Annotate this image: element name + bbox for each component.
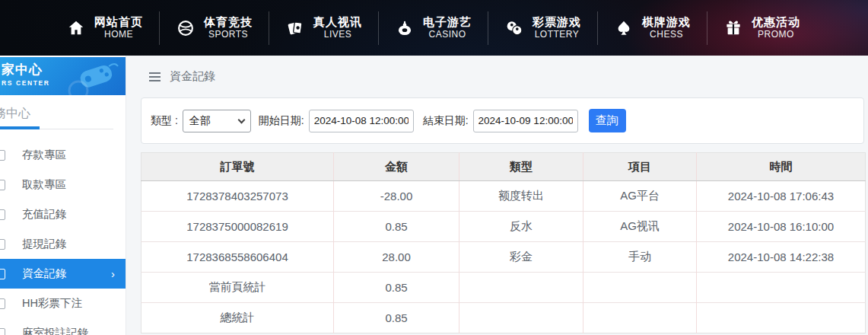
table-row-grand-total: 總統計 0.85 — [141, 303, 866, 333]
fund-records-table: 訂單號 金額 類型 項目 時間 1728378403257073 -28.00 … — [141, 152, 865, 333]
nav-label-cn: 真人视讯 — [313, 15, 362, 30]
cell-type: 反水 — [459, 212, 583, 242]
nav-label-cn: 彩票游戏 — [533, 15, 581, 30]
cell-time: 2024-10-08 14:22:38 — [697, 242, 866, 273]
table-row-page-total: 當前頁統計 0.85 — [141, 273, 866, 303]
sidebar: 家中心 RS CENTER 務中心 存款專區 — [0, 56, 126, 335]
nav-label-en: CHESS — [650, 29, 683, 40]
col-header-order-no: 訂單號 — [141, 153, 334, 181]
nav-label-en: LIVES — [324, 29, 352, 40]
nav-label-en: CASINO — [428, 29, 466, 40]
sports-ball-icon — [176, 18, 196, 38]
sidebar-item-withdraw-zone[interactable]: 取款專區 — [0, 170, 126, 199]
nav-item-lives[interactable]: 真人视讯 LIVES — [269, 15, 378, 41]
sidebar-item-label: 存款專區 — [22, 148, 66, 162]
cell-empty — [459, 273, 583, 303]
sidebar-item-label: 資金記錄 — [22, 266, 66, 281]
spade-icon — [614, 18, 634, 38]
nav-label-cn: 体育竞技 — [204, 15, 253, 30]
nav-label-en: SPORTS — [208, 29, 248, 40]
playing-cards-icon — [285, 18, 305, 38]
sidebar-item-label: 取款專區 — [22, 177, 66, 192]
start-date-input[interactable] — [309, 110, 414, 132]
withdrawal-record-icon — [0, 239, 5, 250]
nav-item-lottery[interactable]: 彩票游戏 LOTTERY — [488, 15, 597, 41]
cell-amount: 28.00 — [334, 242, 459, 273]
end-date-label: 結束日期: — [423, 114, 469, 128]
cell-amount: -28.00 — [334, 181, 459, 212]
nav-item-casino[interactable]: 电子游艺 CASINO — [379, 15, 488, 41]
col-header-time: 時間 — [697, 153, 866, 181]
gamepad-icon — [66, 60, 119, 95]
filter-panel: 類型 : 全部 開始日期: 結束日期: 查詢 — [141, 97, 864, 144]
sidebar-section: 務中心 — [0, 95, 126, 136]
lottery-balls-icon — [504, 18, 524, 38]
withdraw-icon — [0, 180, 5, 190]
nav-label-cn: 优惠活动 — [752, 15, 800, 30]
sidebar-item-label: 麻室投註記錄 — [22, 326, 88, 335]
cell-amount: 0.85 — [334, 303, 459, 333]
nav-item-sports[interactable]: 体育竞技 SPORTS — [160, 15, 269, 41]
cell-time: 2024-10-08 16:10:00 — [697, 212, 866, 242]
breadcrumb: 資金記錄 — [126, 56, 868, 97]
roulette-icon — [395, 18, 415, 38]
page-title: 資金記錄 — [170, 69, 215, 84]
type-select-value: 全部 — [189, 114, 239, 128]
cell-time: 2024-10-08 17:06:43 — [697, 181, 866, 212]
deposit-icon — [0, 150, 5, 161]
table-row: 1728375000082619 0.85 反水 AG视讯 2024-10-08… — [141, 212, 866, 242]
start-date-label: 開始日期: — [259, 114, 304, 128]
sidebar-header: 家中心 RS CENTER — [0, 57, 126, 95]
sidebar-item-hh-lottery-bets[interactable]: HH彩票下注 — [0, 289, 126, 318]
table-row: 1728368558606404 28.00 彩金 手动 2024-10-08 … — [141, 242, 866, 273]
nav-label-cn: 电子游艺 — [423, 15, 472, 30]
cell-amount: 0.85 — [334, 273, 459, 303]
cell-order-no: 1728375000082619 — [141, 212, 334, 242]
sidebar-item-deposit-zone[interactable]: 存款專區 — [0, 140, 126, 170]
cell-empty — [697, 273, 866, 303]
end-date-input[interactable] — [473, 110, 578, 132]
table-header-row: 訂單號 金額 類型 項目 時間 — [141, 153, 866, 181]
recharge-record-icon — [0, 209, 5, 220]
col-header-amount: 金額 — [334, 153, 459, 181]
sidebar-item-recharge-records[interactable]: 充值記錄 — [0, 199, 126, 229]
sidebar-item-withdrawal-records[interactable]: 提現記錄 — [0, 229, 126, 259]
cell-item: AG视讯 — [583, 212, 697, 242]
main-content: 資金記錄 類型 : 全部 開始日期: 結束日期: 查詢 訂單號 金額 類型 — [126, 56, 868, 335]
lottery-bet-icon — [0, 298, 5, 309]
col-header-type: 類型 — [459, 153, 583, 181]
fund-record-icon — [0, 269, 5, 279]
top-navigation: 网站首页 HOME 体育竞技 SPORTS 真人视讯 LIVES — [0, 0, 868, 56]
table-row: 1728378403257073 -28.00 额度转出 AG平台 2024-1… — [141, 181, 866, 212]
hamburger-menu-icon[interactable] — [149, 72, 161, 81]
sidebar-item-fund-records[interactable]: 資金記錄 › — [0, 259, 126, 289]
gift-icon — [723, 18, 743, 38]
chevron-right-icon: › — [111, 267, 115, 280]
type-filter-label: 類型 : — [151, 114, 178, 128]
nav-label-en: PROMO — [758, 29, 794, 40]
cell-order-no: 1728368558606404 — [141, 242, 334, 273]
cell-item: AG平台 — [583, 181, 697, 212]
home-icon — [66, 18, 86, 38]
search-button[interactable]: 查詢 — [589, 109, 626, 132]
chevron-down-icon — [237, 116, 245, 123]
cell-empty — [459, 303, 583, 333]
nav-item-home[interactable]: 网站首页 HOME — [50, 15, 159, 41]
nav-item-chess[interactable]: 棋牌游戏 CHESS — [598, 15, 707, 41]
cell-amount: 0.85 — [334, 212, 459, 242]
room-bet-icon — [0, 328, 5, 335]
sidebar-section-title: 務中心 — [0, 106, 126, 122]
cell-label: 當前頁統計 — [141, 273, 334, 303]
cell-type: 额度转出 — [459, 181, 583, 212]
sidebar-item-label: 提現記錄 — [22, 237, 66, 251]
nav-label-en: LOTTERY — [535, 29, 580, 40]
sidebar-item-room-bet-records[interactable]: 麻室投註記錄 — [0, 318, 126, 335]
type-select[interactable]: 全部 — [183, 110, 251, 132]
cell-order-no: 1728378403257073 — [141, 181, 334, 212]
nav-label-cn: 棋牌游戏 — [642, 15, 691, 30]
col-header-item: 項目 — [583, 153, 697, 181]
sidebar-divider — [0, 126, 113, 129]
sidebar-item-label: 充值記錄 — [22, 207, 66, 222]
nav-item-promo[interactable]: 优惠活动 PROMO — [707, 15, 816, 41]
sidebar-item-label: HH彩票下注 — [22, 296, 82, 311]
